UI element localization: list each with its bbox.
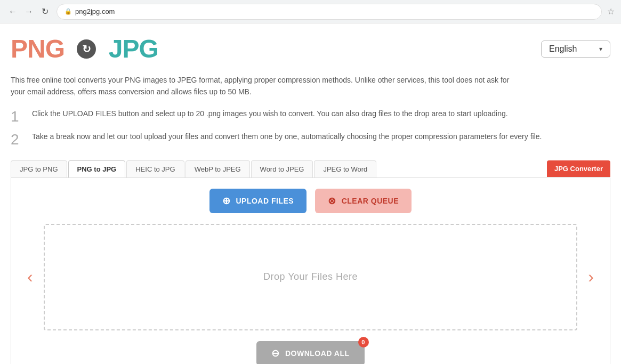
step-2-text: Take a break now and let our tool upload… [32, 131, 542, 142]
step-1-text: Click the UPLOAD FILES button and select… [32, 108, 508, 119]
browser-chrome: ← → ↻ 🔒 png2jpg.com ☆ [0, 0, 621, 23]
description-text: This free online tool converts your PNG … [11, 74, 522, 98]
tab-word-to-jpeg[interactable]: Word to JPEG [251, 160, 313, 177]
language-label: English [549, 44, 577, 54]
tool-area: ⊕ UPLOAD FILES ⊗ CLEAR QUEUE ‹ Drop Your… [11, 177, 610, 364]
upload-icon: ⊕ [222, 195, 231, 207]
clear-queue-button[interactable]: ⊗ CLEAR QUEUE [315, 189, 412, 213]
back-button[interactable]: ← [6, 5, 19, 18]
logo-arrow-icon: ↻ [77, 39, 96, 59]
tab-jpg-converter[interactable]: JPG Converter [547, 160, 610, 177]
download-row: ⊖ DOWNLOAD ALL 0 [22, 341, 599, 364]
step-2-number: 2 [11, 131, 23, 149]
tabs-bar: JPG to PNG PNG to JPG HEIC to JPG WebP t… [11, 160, 610, 177]
drop-zone-text: Drop Your Files Here [263, 271, 358, 282]
lock-icon: 🔒 [64, 8, 72, 15]
clear-label: CLEAR QUEUE [342, 197, 399, 205]
logo-png: PNG [11, 34, 64, 63]
browser-nav-buttons: ← → ↻ [6, 5, 51, 18]
clear-icon: ⊗ [328, 195, 336, 207]
logo-to-spacer [98, 34, 105, 63]
tab-jpg-to-png[interactable]: JPG to PNG [11, 160, 67, 177]
step-1-number: 1 [11, 108, 23, 126]
download-label: DOWNLOAD ALL [285, 349, 350, 358]
next-arrow-button[interactable]: › [583, 267, 599, 287]
drop-zone[interactable]: Drop Your Files Here [44, 224, 578, 330]
refresh-button[interactable]: ↻ [38, 5, 51, 18]
logo-to: ↻ [68, 34, 106, 63]
page-content: PNG ↻ JPG English ▾ This free online too… [0, 23, 621, 364]
url-text: png2jpg.com [75, 7, 115, 15]
download-all-button[interactable]: ⊖ DOWNLOAD ALL 0 [256, 341, 364, 364]
bookmark-button[interactable]: ☆ [607, 6, 615, 17]
download-badge: 0 [358, 337, 369, 347]
logo-jpg: JPG [109, 34, 158, 63]
tab-jpeg-to-word[interactable]: JPEG to Word [314, 160, 376, 177]
upload-label: UPLOAD FILES [236, 197, 294, 205]
step-1: 1 Click the UPLOAD FILES button and sele… [11, 108, 610, 126]
tab-heic-to-jpg[interactable]: HEIC to JPG [126, 160, 184, 177]
chevron-down-icon: ▾ [599, 45, 602, 53]
forward-button[interactable]: → [22, 5, 35, 18]
tabs-left: JPG to PNG PNG to JPG HEIC to JPG WebP t… [11, 160, 377, 177]
buttons-row: ⊕ UPLOAD FILES ⊗ CLEAR QUEUE [22, 189, 599, 213]
header: PNG ↻ JPG English ▾ [11, 34, 610, 63]
address-bar[interactable]: 🔒 png2jpg.com [57, 4, 602, 20]
logo: PNG ↻ JPG [11, 34, 158, 63]
prev-arrow-button[interactable]: ‹ [22, 267, 38, 287]
steps: 1 Click the UPLOAD FILES button and sele… [11, 108, 610, 149]
upload-files-button[interactable]: ⊕ UPLOAD FILES [209, 189, 307, 213]
download-icon: ⊖ [271, 347, 280, 359]
logo-to-text [68, 34, 75, 63]
tab-webp-to-jpeg[interactable]: WebP to JPEG [186, 160, 250, 177]
drop-zone-wrapper: ‹ Drop Your Files Here › [22, 224, 599, 330]
step-2: 2 Take a break now and let our tool uplo… [11, 131, 610, 149]
tab-png-to-jpg[interactable]: PNG to JPG [68, 160, 126, 177]
language-dropdown[interactable]: English ▾ [541, 41, 610, 58]
